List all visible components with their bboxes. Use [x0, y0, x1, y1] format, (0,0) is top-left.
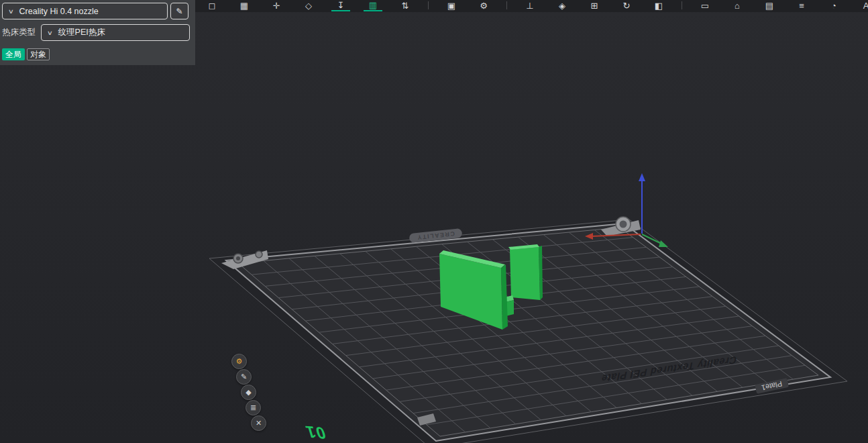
- edit-printer-button[interactable]: ✎: [170, 3, 188, 19]
- bed-type-value: 纹理PEI热床: [58, 27, 105, 38]
- layers-plate-button[interactable]: ≣: [246, 400, 261, 415]
- printer-row: ∨ Creality Hi 0.4 nozzle ✎: [2, 3, 195, 19]
- printer-selector[interactable]: ∨ Creality Hi 0.4 nozzle: [2, 3, 168, 19]
- tab-object[interactable]: 对象: [27, 48, 50, 60]
- close-tools-button[interactable]: ✕: [251, 415, 266, 431]
- brush-icon: ✎: [241, 373, 247, 381]
- home-icon[interactable]: ⌂: [728, 0, 747, 11]
- undo-icon[interactable]: ↻: [617, 0, 636, 11]
- close-icon: ✕: [256, 419, 262, 428]
- printer-panel: ∨ Creality Hi 0.4 nozzle ✎ 热床类型 ∨ 纹理PEI热…: [0, 0, 195, 65]
- y-axis-arrow: [659, 240, 668, 247]
- calibrate-icon[interactable]: ⊥: [521, 0, 539, 11]
- list-icon[interactable]: ≡: [792, 0, 811, 11]
- layers-icon: ≣: [250, 403, 256, 412]
- viewport-canvas[interactable]: [0, 0, 868, 443]
- text-icon[interactable]: A: [857, 0, 868, 11]
- bed-type-row: 热床类型 ∨ 纹理PEI热床: [2, 24, 195, 41]
- time-icon[interactable]: ◔: [824, 0, 843, 11]
- plate-settings-button[interactable]: ⚙: [231, 354, 247, 369]
- mirror-icon[interactable]: ◈: [553, 0, 572, 11]
- z-axis-arrow: [639, 173, 645, 181]
- viewport-3d[interactable]: Creality Textured PEI Plate Plate1 01 CR…: [0, 0, 868, 443]
- split-icon[interactable]: ◧: [649, 0, 668, 11]
- rotate-icon[interactable]: ◇: [299, 0, 318, 11]
- gear-icon: ⚙: [236, 357, 243, 366]
- seam-icon[interactable]: ⇅: [396, 0, 415, 11]
- settings-icon[interactable]: ⚙: [474, 0, 493, 11]
- measure-icon[interactable]: ▭: [696, 0, 714, 11]
- toolbar-separator: [506, 1, 507, 9]
- chevron-down-icon: ∨: [47, 30, 53, 36]
- tab-global[interactable]: 全局: [2, 48, 25, 60]
- paint-icon[interactable]: ▥: [364, 0, 382, 11]
- build-plate-icon[interactable]: ▦: [235, 0, 254, 11]
- scope-tabs: 全局 对象: [2, 48, 195, 60]
- bed-type-label: 热床类型: [2, 27, 36, 38]
- orient-plate-button[interactable]: ◆: [241, 385, 256, 400]
- bed-type-selector[interactable]: ∨ 纹理PEI热床: [41, 24, 190, 41]
- diamond-icon: ◆: [246, 388, 251, 397]
- move-icon[interactable]: ✛: [267, 0, 286, 11]
- lay-flat-icon[interactable]: ↧: [331, 0, 350, 11]
- toolbar-separator: [682, 1, 682, 9]
- paint-plate-button[interactable]: ✎: [236, 369, 252, 385]
- toolbar-separator: [428, 1, 429, 9]
- chevron-down-icon: ∨: [8, 8, 14, 15]
- arrange-icon[interactable]: ▣: [442, 0, 461, 11]
- cube-icon[interactable]: ◻: [203, 0, 221, 11]
- clone-icon[interactable]: ⊞: [585, 0, 604, 11]
- printer-selector-value: Creality Hi 0.4 nozzle: [19, 7, 99, 16]
- layers-view-icon[interactable]: ▤: [760, 0, 779, 11]
- pencil-icon: ✎: [176, 7, 182, 16]
